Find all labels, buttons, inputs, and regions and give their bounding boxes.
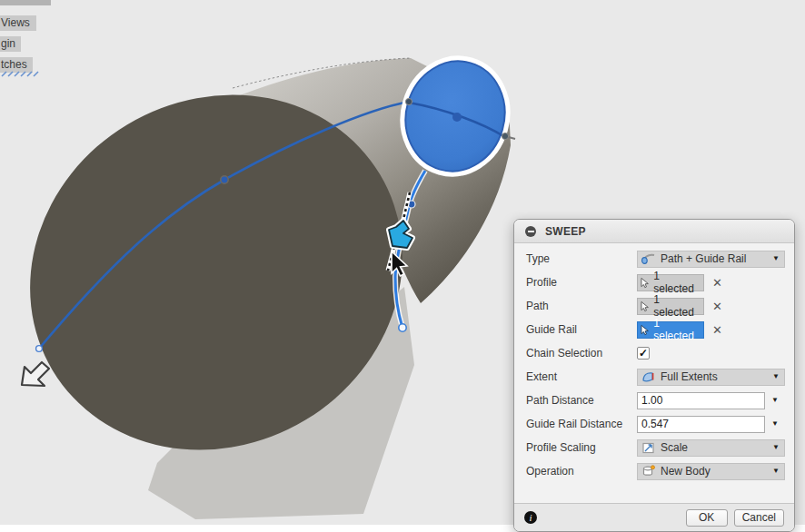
sketch-hatch-marks (1, 71, 43, 77)
profile-scaling-label: Profile Scaling (526, 441, 637, 454)
sweep-type-icon (641, 252, 656, 265)
cursor-icon (641, 324, 650, 336)
path-clear-icon[interactable]: ✕ (712, 300, 722, 312)
browser-item-named-views[interactable]: Views (0, 15, 36, 31)
spline-control-point[interactable] (221, 176, 228, 183)
chain-selection-label: Chain Selection (526, 347, 637, 360)
cursor-icon (641, 300, 650, 312)
path-label: Path (526, 300, 637, 312)
row-path: Path 1 selected ✕ (526, 294, 785, 318)
chevron-down-icon[interactable]: ▼ (771, 420, 779, 428)
sweep-dialog: SWEEP Type Path + Guide Rail ▼ Profile (513, 219, 795, 532)
sweep-dialog-footer: i OK Cancel (514, 503, 794, 531)
path-selection-button[interactable]: 1 selected (637, 298, 704, 315)
row-path-distance: Path Distance ▼ (526, 389, 785, 412)
chevron-down-icon: ▼ (772, 468, 780, 475)
chevron-down-icon[interactable]: ▼ (771, 397, 779, 404)
type-value: Path + Guide Rail (661, 252, 746, 265)
profile-edge-point-right (502, 133, 508, 139)
profile-selection-button[interactable]: 1 selected (637, 274, 704, 291)
guide-rail-selection-button[interactable]: 1 selected (637, 321, 704, 339)
cursor-icon (641, 277, 650, 289)
operation-value: New Body (661, 465, 711, 478)
sweep-dialog-body: Type Path + Guide Rail ▼ Profile (514, 243, 794, 503)
chain-selection-checkbox[interactable]: ✓ (637, 347, 650, 360)
spline-start-point[interactable] (36, 346, 43, 352)
type-dropdown[interactable]: Path + Guide Rail ▼ (637, 251, 785, 268)
profile-scaling-dropdown[interactable]: Scale ▼ (637, 439, 785, 457)
profile-center-point (452, 113, 462, 122)
guide-rail-endpoint[interactable] (399, 324, 406, 331)
browser-item-label: gin (1, 37, 15, 50)
profile-selected-count: 1 selected (653, 270, 700, 295)
row-type: Type Path + Guide Rail ▼ (526, 247, 785, 271)
profile-scaling-value: Scale (661, 441, 688, 454)
path-distance-label: Path Distance (526, 394, 637, 407)
profile-edge-point-left (405, 98, 412, 104)
new-body-icon (641, 465, 656, 478)
dialog-title: SWEEP (545, 225, 586, 238)
guide-rail-distance-input[interactable] (637, 416, 765, 433)
full-extents-icon (641, 370, 656, 383)
chevron-down-icon: ▼ (772, 444, 780, 451)
browser-item-label: Views (1, 16, 30, 29)
extent-value: Full Extents (661, 370, 718, 383)
path-extent-arrow[interactable] (22, 362, 49, 386)
row-profile: Profile 1 selected ✕ (526, 271, 785, 294)
profile-clear-icon[interactable]: ✕ (712, 277, 722, 289)
checkmark-icon: ✓ (639, 347, 648, 360)
extent-label: Extent (526, 370, 637, 383)
row-guide-rail: Guide Rail 1 selected ✕ (526, 318, 785, 341)
guide-rail-clear-icon[interactable]: ✕ (712, 324, 722, 336)
path-distance-input[interactable] (637, 392, 765, 409)
profile-label: Profile (526, 276, 637, 289)
toolbar-fragment (0, 0, 51, 5)
chevron-down-icon: ▼ (772, 373, 780, 380)
info-icon[interactable]: i (524, 511, 537, 524)
browser-item-origin[interactable]: gin (0, 36, 21, 52)
collapse-icon[interactable] (525, 226, 536, 237)
browser-item-label: tches (1, 58, 27, 71)
row-profile-scaling: Profile Scaling Scale ▼ (526, 436, 785, 459)
row-operation: Operation New Body ▼ (526, 459, 785, 483)
guide-rail-distance-label: Guide Rail Distance (526, 418, 637, 430)
sweep-dialog-header[interactable]: SWEEP (514, 220, 794, 243)
guide-rail-label: Guide Rail (526, 323, 637, 336)
chevron-down-icon: ▼ (772, 255, 780, 262)
type-label: Type (526, 252, 637, 265)
operation-dropdown[interactable]: New Body ▼ (637, 463, 785, 480)
guide-rail-selected-count: 1 selected (653, 317, 700, 342)
extent-dropdown[interactable]: Full Extents ▼ (637, 369, 785, 386)
row-extent: Extent Full Extents ▼ (526, 365, 785, 389)
row-guide-rail-distance: Guide Rail Distance ▼ (526, 412, 785, 436)
cancel-button[interactable]: Cancel (734, 509, 784, 527)
path-selected-count: 1 selected (653, 293, 700, 319)
row-chain-selection: Chain Selection ✓ (526, 341, 785, 365)
ok-button[interactable]: OK (686, 509, 728, 527)
operation-label: Operation (526, 465, 637, 478)
scale-icon (641, 441, 656, 454)
